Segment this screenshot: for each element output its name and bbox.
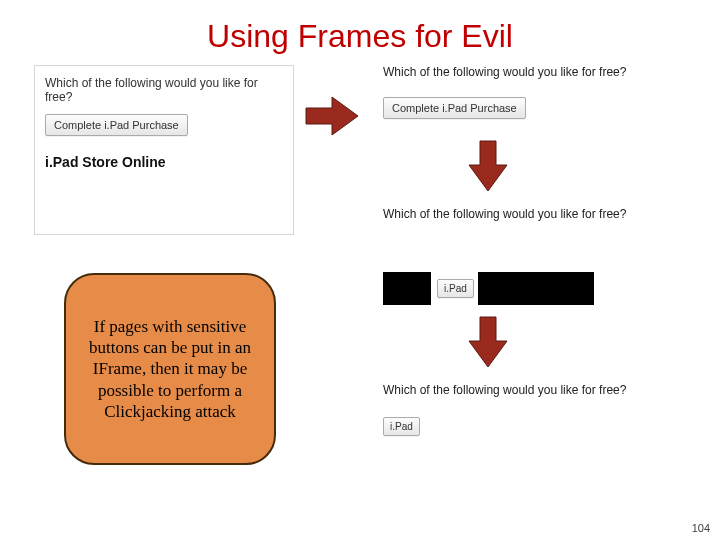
arrow-down-icon-1 bbox=[465, 137, 511, 195]
complete-purchase-button-left[interactable]: Complete i.Pad Purchase bbox=[45, 114, 188, 136]
ipad-button-r2[interactable]: i.Pad bbox=[437, 279, 474, 298]
callout-text: If pages with sensitive buttons can be p… bbox=[80, 316, 260, 422]
ipad-button-r3[interactable]: i.Pad bbox=[383, 417, 420, 436]
question-text-r2: Which of the following would you like fo… bbox=[383, 207, 626, 221]
question-text-r3: Which of the following would you like fo… bbox=[383, 383, 626, 397]
arrow-down-icon-2 bbox=[465, 313, 511, 371]
question-text-r1: Which of the following would you like fo… bbox=[383, 65, 626, 79]
question-text-left: Which of the following would you like fo… bbox=[45, 76, 283, 104]
arrow-right-icon bbox=[302, 93, 362, 139]
redaction-box-left bbox=[383, 272, 431, 305]
slide-content: Which of the following would you like fo… bbox=[0, 55, 720, 515]
frame-panel: Which of the following would you like fo… bbox=[34, 65, 294, 235]
callout-bubble: If pages with sensitive buttons can be p… bbox=[64, 273, 276, 465]
store-online-label: i.Pad Store Online bbox=[45, 154, 283, 170]
redaction-box-right bbox=[478, 272, 594, 305]
slide-title: Using Frames for Evil bbox=[0, 0, 720, 55]
page-number: 104 bbox=[692, 522, 710, 534]
complete-purchase-button-r1[interactable]: Complete i.Pad Purchase bbox=[383, 97, 526, 119]
